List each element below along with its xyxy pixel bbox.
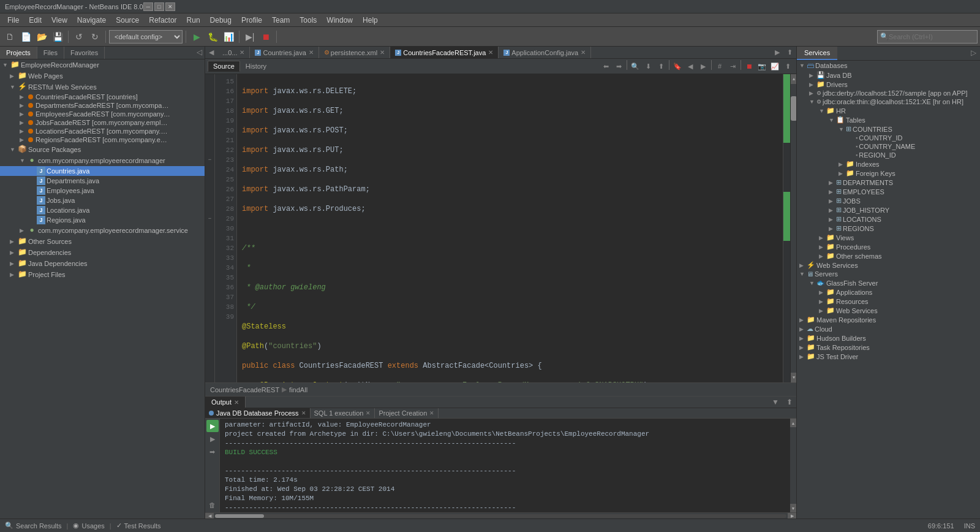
editor-tab-ellipsis[interactable]: ...0... ✕ [217,47,250,58]
output-tab-output[interactable]: Output✕ [205,397,246,408]
open-project-button[interactable]: 📂 [34,29,49,44]
output-tab-close-icon[interactable]: ✕ [234,399,239,406]
toggle-linenums-btn[interactable]: # [714,60,726,72]
tree-foreign-keys-folder[interactable]: ▶ 📁 Foreign Keys [797,169,980,178]
tree-countries-java[interactable]: J Countries.java [0,166,205,176]
source-tab-history[interactable]: History [240,61,272,72]
run-main-button[interactable]: ▶| [243,29,257,44]
menu-item-file[interactable]: File [2,15,24,26]
tree-other-schemas-folder[interactable]: ▶ 📁 Other schemas [797,251,980,260]
more-btn[interactable]: 📷 [756,60,768,72]
tree-applications[interactable]: ▶ 📁 Applications [797,287,980,297]
tree-departments-facade[interactable]: ▶ DepartmentsFacadeREST [com.mycompany.e… [0,101,205,110]
services-minimize-button[interactable]: ▷ [967,47,980,60]
source-tab-source[interactable]: Source [208,61,240,72]
tree-departments-table[interactable]: ▶ ⊞ DEPARTMENTS [797,178,980,187]
tree-locations-java[interactable]: J Locations.java [0,205,205,215]
tab-close-icon[interactable]: ✕ [488,49,493,56]
panel-minimize-button[interactable]: ◁ [194,47,205,59]
sub-tab-sql[interactable]: SQL 1 execution ✕ [311,408,375,418]
toggle-bookmark-btn[interactable]: 🔖 [671,60,684,72]
save-all-button[interactable]: 💾 [50,29,65,44]
tree-task-repos[interactable]: ▶ 📁 Task Repositories [797,343,980,352]
debug-button[interactable]: 🐛 [205,29,220,44]
tree-country-name-col[interactable]: ▪ COUNTRY_NAME [797,142,980,151]
breadcrumb-facade[interactable]: CountriesFacadeREST [210,386,279,393]
tree-country-id-col[interactable]: ▪ COUNTRY_ID [797,134,980,142]
scroll-up-button[interactable]: ▲ [790,419,796,427]
tree-other-sources[interactable]: ▶ 📁 Other Sources [0,236,205,247]
tree-locations-table[interactable]: ▶ ⊞ LOCATIONS [797,215,980,224]
new-project-button[interactable]: 🗋 [2,29,17,44]
run-output-button[interactable]: ▶ [206,420,219,432]
tab-close-icon[interactable]: ✕ [309,49,314,56]
tree-web-services-root[interactable]: ▶ ⚡ Web Services [797,260,980,270]
tree-java-db[interactable]: ▶ 💾 Java DB [797,70,980,80]
tab-nav-right[interactable]: ▶ [771,47,783,58]
tree-cloud[interactable]: ▶ ☁ Cloud [797,324,980,333]
run-button[interactable]: ▶ [189,29,204,44]
tree-glassfish[interactable]: ▼ 🐟 GlassFish Server [797,278,980,287]
find-next-btn[interactable]: ⬇ [642,60,654,72]
tree-hudson-builders[interactable]: ▶ 📁 Hudson Builders [797,333,980,343]
menu-item-run[interactable]: Run [182,15,205,26]
tree-web-services-glassfish[interactable]: ▶ 📁 Web Services [797,306,980,315]
menu-item-edit[interactable]: Edit [24,15,47,26]
menu-item-refactor[interactable]: Refactor [144,15,181,26]
menu-item-source[interactable]: Source [111,15,144,26]
status-test-results[interactable]: Test Results [124,522,161,530]
format-btn[interactable]: ⇥ [726,60,739,72]
redo-button[interactable]: ↻ [88,29,102,44]
tree-derby-conn[interactable]: ▶ ⚙ jdbc:derby://localhost:1527/sample [… [797,89,980,97]
tree-procedures-folder[interactable]: ▶ 📁 Procedures [797,242,980,251]
fold-icon[interactable]: − [205,155,214,165]
tab-close-icon[interactable]: ✕ [581,49,586,56]
tab-close-icon[interactable]: ✕ [239,49,244,56]
sub-tab-close-icon[interactable]: ✕ [301,410,306,416]
debug-output-button[interactable]: ▶ [206,433,219,445]
sub-tab-java-db[interactable]: Java DB Database Process ✕ [205,408,311,418]
tree-service-package[interactable]: ▶ ● com.mycompany.employeerecordmanager.… [0,225,205,236]
tree-source-packages[interactable]: ▼ 📦 Source Packages [0,144,205,155]
sub-tab-close-icon[interactable]: ✕ [429,410,434,416]
editor-maximize-button[interactable]: ⬆ [783,47,796,58]
tree-main-package[interactable]: ▼ ● com.mycompany.employeerecordmanager [0,155,205,166]
tree-restful-ws[interactable]: ▼ ⚡ RESTful Web Services [0,82,205,93]
stop-button[interactable]: ⏹ [258,29,273,44]
tab-files[interactable]: Files [37,47,64,59]
tree-hr-schema[interactable]: ▼ 📁 HR [797,106,980,115]
tree-job-history-table[interactable]: ▶ ⊞ JOB_HISTORY [797,205,980,215]
tree-tables-folder[interactable]: ▼ 📋 Tables [797,115,980,124]
tree-servers[interactable]: ▼ 🖥 Servers [797,270,980,278]
tree-project-files[interactable]: ▶ 📁 Project Files [0,269,205,280]
scroll-down-button[interactable]: ▼ [791,373,796,382]
scroll-right-button[interactable]: ▶ [788,513,796,519]
maximize-button[interactable]: □ [154,2,164,11]
tree-countries-table[interactable]: ▼ ⊞ COUNTRIES [797,124,980,134]
status-search-results[interactable]: Search Results [16,522,62,530]
tab-projects[interactable]: Projects [0,47,37,59]
tree-maven-repos[interactable]: ▶ 📁 Maven Repositories [797,315,980,324]
tree-indexes-folder[interactable]: ▶ 📁 Indexes [797,159,980,169]
tab-services[interactable]: Services [797,47,837,60]
new-file-button[interactable]: 📄 [18,29,33,44]
tree-dependencies[interactable]: ▶ 📁 Dependencies [0,247,205,258]
search-input[interactable] [889,33,974,40]
tree-views-folder[interactable]: ▶ 📁 Views [797,233,980,242]
tab-close-icon[interactable]: ✕ [380,49,385,56]
scroll-thumb[interactable] [791,96,796,121]
editor-tab-persistence[interactable]: ⚙ persistence.xml ✕ [319,47,390,58]
config-dropdown[interactable]: <default config> [109,30,183,44]
scroll-up-button[interactable]: ▲ [791,74,796,84]
menu-item-debug[interactable]: Debug [205,15,236,26]
find-prev-btn[interactable]: ⬆ [655,60,667,72]
menu-item-tools[interactable]: Tools [295,15,322,26]
tree-departments-java[interactable]: J Departments.java [0,176,205,186]
tree-locations-facade[interactable]: ▶ LocationsFacadeREST [com.mycompany.emp… [0,127,205,135]
tree-java-dependencies[interactable]: ▶ 📁 Java Dependencies [0,258,205,269]
tab-nav-left[interactable]: ◀ [205,47,217,58]
h-scroll-thumb[interactable] [215,514,264,518]
scroll-down-button[interactable]: ▼ [790,504,796,512]
tree-databases[interactable]: ▼ 🗃 Databases [797,61,980,70]
search-btn[interactable]: 🔍 [629,60,641,72]
